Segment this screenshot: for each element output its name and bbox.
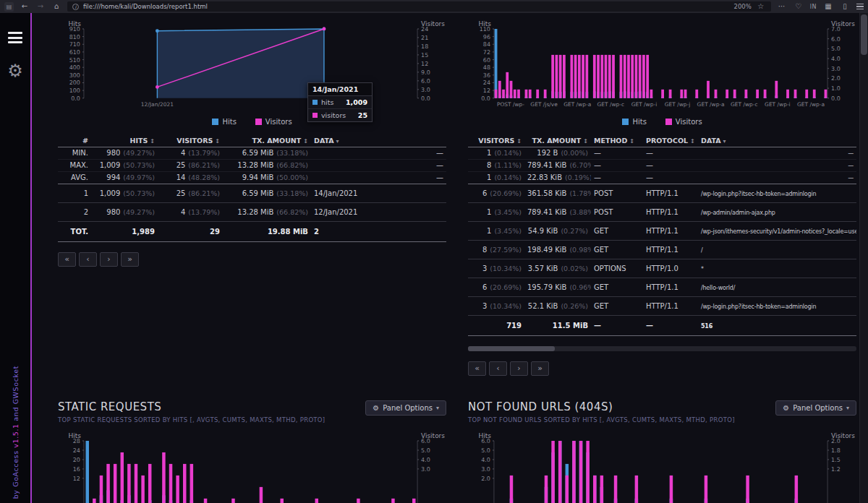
summary-row: 8(1.11%)789.41 KiB(6.70%)——— xyxy=(468,159,856,171)
col-header-visitors[interactable]: VISITORS↕ xyxy=(468,134,524,147)
svg-text:110: 110 xyxy=(480,26,490,33)
col-header-tx-amount[interactable]: TX. AMOUNT↕ xyxy=(524,134,591,147)
cell: MAX. xyxy=(58,159,91,171)
legend-label: Hits xyxy=(222,118,236,126)
pager-prev-button[interactable]: ‹ xyxy=(489,361,507,376)
tooltip-label: visitors xyxy=(321,111,346,119)
requests-horizontal-scrollbar[interactable] xyxy=(468,346,856,351)
pager-first-button[interactable]: « xyxy=(58,252,76,267)
browser-toolbar: ▤ ← → ⌂ i file:///home/kali/Downloads/re… xyxy=(0,0,868,13)
sort-icon: ↕ xyxy=(215,138,220,145)
table-row[interactable]: 3(10.34%)52.1 KiB(0.26%)GETHTTP/1.1/wp-l… xyxy=(468,296,856,315)
extension-icon[interactable]: lN xyxy=(810,4,817,10)
forward-button[interactable]: → xyxy=(35,0,46,13)
library-icon[interactable]: ▦ xyxy=(823,0,833,13)
table-row[interactable]: 6(20.69%)361.58 KiB(1.78%)POSTHTTP/1.1/w… xyxy=(468,184,856,202)
col-header--[interactable]: # xyxy=(58,134,91,147)
svg-text:0.0: 0.0 xyxy=(71,95,80,102)
pager-next-button[interactable]: › xyxy=(510,361,528,376)
pager-last-button[interactable]: » xyxy=(121,252,139,267)
table-row[interactable]: 1(3.45%)54.9 KiB(0.27%)GETHTTP/1.1/wp-js… xyxy=(468,221,856,240)
cell: 1(3.45%) xyxy=(468,202,524,221)
cell: — xyxy=(591,159,643,171)
sidebar-toggle-icon[interactable]: ▯ xyxy=(840,0,850,13)
back-button[interactable]: ← xyxy=(20,0,30,13)
page-icon[interactable]: ▤ xyxy=(4,2,14,12)
summary-row: MAX.1,009(50.73%)25(86.21%)13.28 MiB(66.… xyxy=(58,159,446,171)
tooltip-label: hits xyxy=(321,98,333,106)
svg-text:5.0: 5.0 xyxy=(831,46,841,52)
panel-title: NOT FOUND URLS (404S) xyxy=(468,400,735,413)
overflow-menu-icon[interactable]: ⋯ xyxy=(777,0,787,13)
credit-text: by GoAccess xyxy=(12,447,20,499)
cell: /wp-login.php?itsec-hb-token=adminlogin xyxy=(698,184,856,202)
col-header-protocol[interactable]: PROTOCOL↕ xyxy=(643,134,698,147)
col-header-tx-amount[interactable]: TX. AMOUNT↕ xyxy=(223,134,311,147)
legend-item-hits[interactable]: Hits xyxy=(212,117,236,127)
svg-text:5.0: 5.0 xyxy=(421,447,430,454)
save-page-icon[interactable]: ♡ xyxy=(793,0,804,13)
panel-options-button[interactable]: ⚙ Panel Options ▾ xyxy=(775,400,856,416)
cell: 719 xyxy=(468,315,524,335)
panel-options-button[interactable]: ⚙ Panel Options ▾ xyxy=(365,400,446,416)
legend-item-visitors[interactable]: Visitors xyxy=(255,117,292,127)
scrollbar-thumb[interactable] xyxy=(861,14,867,55)
table-row[interactable]: 8(27.59%)198.49 KiB(0.98%)GETHTTP/1.1/ xyxy=(468,240,856,259)
svg-text:300: 300 xyxy=(69,72,80,79)
zoom-level[interactable]: 200% xyxy=(733,3,751,10)
table-row[interactable]: 6(20.69%)195.79 KiB(0.96%)GETHTTP/1.1/he… xyxy=(468,278,856,296)
col-header-method[interactable]: METHOD↕ xyxy=(591,134,643,147)
cell: 6(20.69%) xyxy=(468,184,524,202)
col-header-data[interactable]: DATA▾ xyxy=(311,134,446,147)
svg-text:28: 28 xyxy=(73,438,80,444)
cell: — xyxy=(698,171,856,184)
table-row[interactable]: 11,009(50.73%)25(86.21%)6.59 MiB(33.18%)… xyxy=(58,184,446,202)
legend-item-visitors[interactable]: Visitors xyxy=(665,117,702,127)
static-requests-chart[interactable]: HitsVisitors28242016126.05.04.03.0 xyxy=(58,432,446,503)
pager-first-button[interactable]: « xyxy=(468,361,486,376)
cell: * xyxy=(698,259,856,278)
cell: 789.41 KiB(3.88%) xyxy=(524,202,591,221)
page-scrollbar[interactable] xyxy=(859,13,868,503)
not-found-chart[interactable]: HitsVisitors6.05.04.03.02.02.01.81.51.2 xyxy=(468,432,856,503)
sort-icon: ↕ xyxy=(516,138,522,145)
svg-text:GET /wp-a: GET /wp-a xyxy=(563,101,591,108)
scrollbar-thumb[interactable] xyxy=(468,346,555,351)
table-row[interactable]: 3(10.34%)3.57 KiB(0.02%)OPTIONSHTTP/1.0* xyxy=(468,259,856,278)
svg-text:GET /wp-a: GET /wp-a xyxy=(697,101,725,108)
col-header-hits[interactable]: HITS↕ xyxy=(91,134,158,147)
col-header-data[interactable]: DATA▾ xyxy=(698,134,856,147)
bookmark-star-icon[interactable]: ☆ xyxy=(756,0,766,13)
cell: — xyxy=(591,147,643,159)
url-bar[interactable]: i file:///home/kali/Downloads/report1.ht… xyxy=(67,1,771,12)
cell: — xyxy=(643,171,698,184)
col-header-visitors[interactable]: VISITORS↕ xyxy=(158,134,223,147)
panel-not-found-urls: NOT FOUND URLS (404S) TOP NOT FOUND URLS… xyxy=(468,400,856,503)
sort-icon: ↕ xyxy=(583,138,588,145)
pager-last-button[interactable]: » xyxy=(531,361,549,376)
summary-row: AVG.994(49.97%)14(48.28%)9.94 MiB(50.00%… xyxy=(58,171,446,184)
svg-text:200: 200 xyxy=(69,79,80,86)
svg-text:24: 24 xyxy=(421,26,428,33)
pager-prev-button[interactable]: ‹ xyxy=(79,252,97,267)
tooltip-row: visitors25 xyxy=(308,108,372,121)
cell: 25(86.21%) xyxy=(158,159,223,171)
gear-icon: ⚙ xyxy=(373,404,379,412)
home-button[interactable]: ⌂ xyxy=(51,0,61,13)
legend-item-hits[interactable]: Hits xyxy=(622,117,646,127)
svg-text:0.0: 0.0 xyxy=(481,95,490,102)
site-info-icon[interactable]: i xyxy=(72,4,79,10)
menu-button[interactable] xyxy=(856,4,864,10)
menu-toggle-button[interactable] xyxy=(8,32,22,43)
cell: 25(86.21%) xyxy=(158,184,223,202)
cell: — xyxy=(591,171,643,184)
settings-button[interactable]: ⚙ xyxy=(0,61,30,81)
goaccess-sidebar: ⚙ by GoAccess v1.5.1 and GWSocket xyxy=(0,13,32,503)
svg-text:0.0: 0.0 xyxy=(831,95,841,102)
table-row[interactable]: 1(3.45%)789.41 KiB(3.88%)POSTHTTP/1.1/wp… xyxy=(468,202,856,221)
table-row[interactable]: 2980(49.27%)4(13.79%)13.28 MiB(66.82%)12… xyxy=(58,202,446,221)
requests-chart[interactable]: HitsVisitors11096847260483624120.07.06.0… xyxy=(468,20,856,116)
cell: 6.59 MiB(33.18%) xyxy=(223,147,311,159)
visitors-chart[interactable]: HitsVisitors9108107106105104003002001000… xyxy=(58,20,446,116)
pager-next-button[interactable]: › xyxy=(100,252,118,267)
